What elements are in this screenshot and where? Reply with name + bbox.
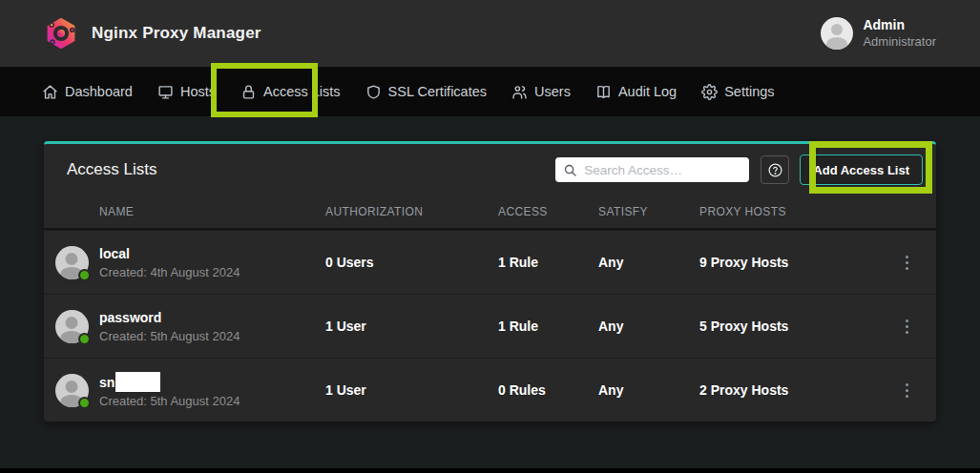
shield-icon [365,84,382,100]
content-area: Access Lists Add Access List NAME AUTHOR… [0,116,980,473]
authorization-value: 0 Users [325,255,498,270]
page-title: Access Lists [67,160,156,179]
nav-item-settings[interactable]: Settings [701,84,774,100]
user-menu[interactable]: Admin Administrator [821,17,936,50]
help-icon [767,162,783,178]
search-icon [563,163,577,177]
nav-item-users[interactable]: Users [511,84,571,100]
monitor-icon [157,84,174,100]
user-avatar [821,17,853,50]
proxy-hosts-value: 5 Proxy Hosts [699,319,837,334]
avatar [55,310,89,343]
status-dot [78,397,91,409]
redaction-box [115,372,160,392]
table-header: NAME AUTHORIZATION ACCESS SATISFY PROXY … [44,195,936,230]
kebab-menu-icon[interactable] [892,374,921,406]
app-brand: Nginx Proxy Manager [44,16,261,51]
proxy-hosts-value: 2 Proxy Hosts [699,382,837,398]
nav-item-dashboard[interactable]: Dashboard [42,84,133,100]
search-box [555,157,749,182]
access-list-name: local [99,245,325,262]
access-value: 0 Rules [498,382,598,398]
users-icon [511,84,528,100]
status-dot [78,333,91,345]
column-header-proxy-hosts: PROXY HOSTS [699,205,837,218]
kebab-menu-icon[interactable] [892,246,921,278]
avatar [55,246,89,279]
table-row[interactable]: sn Created: 5th August 2024 1 User 0 Rul… [44,358,936,422]
authorization-value: 1 User [325,382,498,398]
lock-icon [240,84,257,100]
app-logo-icon [44,16,78,51]
nav-item-audit-log[interactable]: Audit Log [595,84,677,100]
column-header-satisfy: SATISFY [598,205,699,218]
app-title: Nginx Proxy Manager [92,24,261,43]
created-date: Created: 4th August 2024 [99,265,325,279]
add-access-list-button[interactable]: Add Access List [800,154,923,185]
table-row[interactable]: password Created: 5th August 2024 1 User… [44,294,936,358]
authorization-value: 1 User [325,319,498,334]
access-list-name: password [99,309,325,326]
access-value: 1 Rule [498,255,598,270]
book-icon [595,84,612,100]
created-date: Created: 5th August 2024 [99,329,325,343]
nav-item-ssl-certificates[interactable]: SSL Certificates [365,84,487,100]
satisfy-value: Any [598,255,699,270]
satisfy-value: Any [598,382,699,398]
panel-header: Access Lists Add Access List [44,144,936,195]
app-header: Nginx Proxy Manager Admin Administrator [0,0,980,67]
proxy-hosts-value: 9 Proxy Hosts [699,255,837,270]
user-role: Administrator [863,34,936,50]
nav-item-access-lists[interactable]: Access Lists [240,84,341,100]
user-name: Admin [863,17,936,34]
home-icon [42,84,58,100]
kebab-menu-icon[interactable] [892,310,921,342]
created-date: Created: 5th August 2024 [99,394,325,408]
column-header-authorization: AUTHORIZATION [325,205,498,218]
access-list-name: sn [99,372,325,392]
gear-icon [701,84,718,100]
column-header-name: NAME [99,205,325,218]
table-row[interactable]: local Created: 4th August 2024 0 Users 1… [44,230,936,294]
search-input[interactable] [584,163,741,177]
main-nav: Dashboard Hosts Access Lists SSL Certifi… [0,67,980,116]
status-dot [78,269,91,281]
bottom-strip [0,468,980,473]
access-lists-panel: Access Lists Add Access List NAME AUTHOR… [44,141,936,422]
avatar [55,374,89,407]
nav-item-hosts[interactable]: Hosts [157,84,216,100]
access-value: 1 Rule [498,319,598,334]
column-header-access: ACCESS [498,205,598,218]
satisfy-value: Any [598,319,699,334]
help-button[interactable] [761,155,789,184]
